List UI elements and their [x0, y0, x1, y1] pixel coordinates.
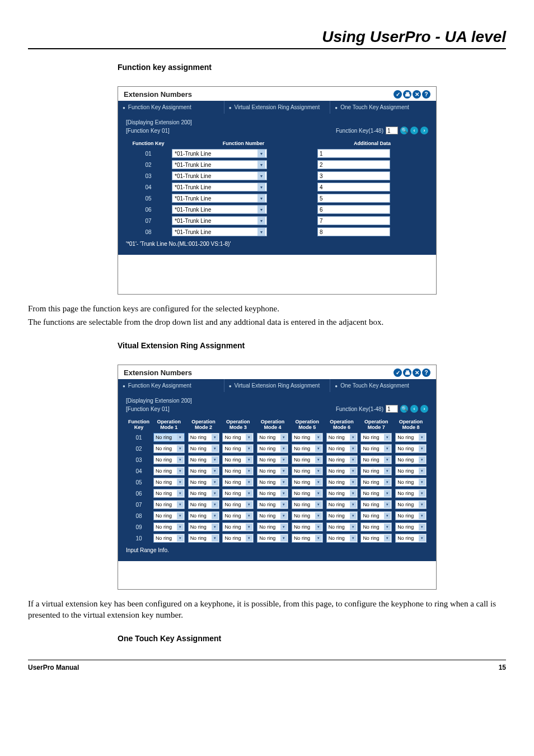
mode-select[interactable]: No ring▾ — [222, 455, 254, 464]
print-icon[interactable]: 🖶 — [403, 368, 411, 377]
prev-icon[interactable]: ‹ — [410, 127, 418, 134]
mode-select[interactable]: No ring▾ — [188, 444, 219, 453]
fk-range-input-2[interactable] — [386, 405, 398, 413]
mode-select[interactable]: No ring▾ — [222, 478, 254, 487]
tab-vera[interactable]: Virtual Extension Ring Assignment — [224, 101, 331, 114]
fn-select[interactable]: *01-Trunk Line▾ — [172, 171, 267, 180]
search-icon[interactable]: 🔍 — [400, 127, 408, 134]
mode-select[interactable]: No ring▾ — [188, 489, 219, 498]
mode-select[interactable]: No ring▾ — [257, 500, 288, 509]
mode-select[interactable]: No ring▾ — [292, 522, 323, 531]
mode-select[interactable]: No ring▾ — [326, 522, 358, 531]
mode-select[interactable]: No ring▾ — [395, 433, 427, 442]
ad-input[interactable]: 8 — [317, 227, 390, 236]
mode-select[interactable]: No ring▾ — [360, 433, 392, 442]
mode-select[interactable]: No ring▾ — [292, 511, 323, 520]
fn-select[interactable]: *01-Trunk Line▾ — [172, 216, 267, 225]
mode-select[interactable]: No ring▾ — [222, 444, 254, 453]
ad-input[interactable]: 7 — [317, 216, 390, 225]
help-icon[interactable]: ? — [422, 90, 430, 99]
mode-select[interactable]: No ring▾ — [257, 489, 288, 498]
mode-select[interactable]: No ring▾ — [153, 466, 185, 475]
mode-select[interactable]: No ring▾ — [395, 478, 427, 487]
ad-input[interactable]: 5 — [317, 194, 390, 203]
mode-select[interactable]: No ring▾ — [360, 466, 392, 475]
help-icon[interactable]: ? — [422, 368, 430, 377]
mode-select[interactable]: No ring▾ — [188, 522, 219, 531]
mode-select[interactable]: No ring▾ — [153, 478, 185, 487]
mode-select[interactable]: No ring▾ — [360, 455, 392, 464]
mode-select[interactable]: No ring▾ — [326, 500, 358, 509]
fn-select[interactable]: *01-Trunk Line▾ — [172, 183, 267, 192]
apply-icon[interactable]: ✓ — [394, 90, 402, 99]
mode-select[interactable]: No ring▾ — [188, 466, 219, 475]
mode-select[interactable]: No ring▾ — [292, 466, 323, 475]
mode-select[interactable]: No ring▾ — [153, 455, 185, 464]
search-icon[interactable]: 🔍 — [400, 405, 408, 413]
mode-select[interactable]: No ring▾ — [153, 534, 185, 543]
mode-select[interactable]: No ring▾ — [257, 444, 288, 453]
mode-select[interactable]: No ring▾ — [153, 500, 185, 509]
mode-select[interactable]: No ring▾ — [222, 433, 254, 442]
mode-select[interactable]: No ring▾ — [292, 433, 323, 442]
mode-select[interactable]: No ring▾ — [222, 511, 254, 520]
fn-select[interactable]: *01-Trunk Line▾ — [172, 160, 267, 169]
mode-select[interactable]: No ring▾ — [395, 455, 427, 464]
mode-select[interactable]: No ring▾ — [222, 522, 254, 531]
mode-select[interactable]: No ring▾ — [257, 478, 288, 487]
tab-otka[interactable]: One Touch Key Assignment — [330, 101, 436, 114]
print-icon[interactable]: 🖶 — [403, 90, 411, 99]
mode-select[interactable]: No ring▾ — [326, 511, 358, 520]
mode-select[interactable]: No ring▾ — [292, 534, 323, 543]
mode-select[interactable]: No ring▾ — [326, 444, 358, 453]
mode-select[interactable]: No ring▾ — [395, 466, 427, 475]
fn-select[interactable]: *01-Trunk Line▾ — [172, 149, 267, 158]
mode-select[interactable]: No ring▾ — [360, 444, 392, 453]
fn-select[interactable]: *01-Trunk Line▾ — [172, 194, 267, 203]
mode-select[interactable]: No ring▾ — [292, 444, 323, 453]
mode-select[interactable]: No ring▾ — [395, 489, 427, 498]
close-icon[interactable]: ✕ — [413, 90, 421, 99]
next-icon[interactable]: › — [420, 405, 428, 413]
mode-select[interactable]: No ring▾ — [153, 444, 185, 453]
mode-select[interactable]: No ring▾ — [360, 534, 392, 543]
tab-otka-2[interactable]: One Touch Key Assignment — [330, 379, 436, 392]
mode-select[interactable]: No ring▾ — [153, 433, 185, 442]
mode-select[interactable]: No ring▾ — [360, 522, 392, 531]
mode-select[interactable]: No ring▾ — [360, 500, 392, 509]
mode-select[interactable]: No ring▾ — [326, 455, 358, 464]
mode-select[interactable]: No ring▾ — [153, 522, 185, 531]
prev-icon[interactable]: ‹ — [410, 405, 418, 413]
mode-select[interactable]: No ring▾ — [188, 500, 219, 509]
mode-select[interactable]: No ring▾ — [188, 433, 219, 442]
mode-select[interactable]: No ring▾ — [257, 511, 288, 520]
ad-input[interactable]: 3 — [317, 171, 390, 180]
ad-input[interactable]: 4 — [317, 183, 390, 192]
mode-select[interactable]: No ring▾ — [326, 489, 358, 498]
fk-range-input[interactable] — [386, 127, 398, 134]
mode-select[interactable]: No ring▾ — [188, 511, 219, 520]
mode-select[interactable]: No ring▾ — [292, 489, 323, 498]
mode-select[interactable]: No ring▾ — [257, 455, 288, 464]
mode-select[interactable]: No ring▾ — [395, 534, 427, 543]
mode-select[interactable]: No ring▾ — [326, 466, 358, 475]
mode-select[interactable]: No ring▾ — [360, 511, 392, 520]
mode-select[interactable]: No ring▾ — [326, 433, 358, 442]
mode-select[interactable]: No ring▾ — [188, 455, 219, 464]
mode-select[interactable]: No ring▾ — [360, 478, 392, 487]
mode-select[interactable]: No ring▾ — [326, 478, 358, 487]
mode-select[interactable]: No ring▾ — [395, 500, 427, 509]
mode-select[interactable]: No ring▾ — [326, 534, 358, 543]
mode-select[interactable]: No ring▾ — [257, 433, 288, 442]
mode-select[interactable]: No ring▾ — [395, 511, 427, 520]
mode-select[interactable]: No ring▾ — [153, 511, 185, 520]
mode-select[interactable]: No ring▾ — [257, 534, 288, 543]
mode-select[interactable]: No ring▾ — [257, 466, 288, 475]
ad-input[interactable]: 6 — [317, 205, 390, 214]
tab-vera-2[interactable]: Virtual Extension Ring Assignment — [224, 379, 331, 392]
mode-select[interactable]: No ring▾ — [188, 534, 219, 543]
mode-select[interactable]: No ring▾ — [395, 444, 427, 453]
apply-icon[interactable]: ✓ — [394, 368, 402, 377]
next-icon[interactable]: › — [420, 127, 428, 134]
fn-select[interactable]: *01-Trunk Line▾ — [172, 227, 267, 236]
